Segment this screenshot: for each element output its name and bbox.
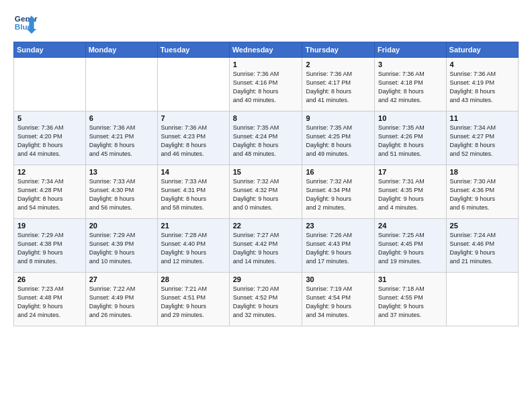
calendar-cell: 16Sunrise: 7:32 AM Sunset: 4:34 PM Dayli… [302, 165, 375, 219]
day-number: 4 [450, 60, 515, 68]
calendar-cell: 21Sunrise: 7:28 AM Sunset: 4:40 PM Dayli… [157, 219, 229, 273]
day-detail: Sunrise: 7:21 AM Sunset: 4:51 PM Dayligh… [161, 285, 226, 320]
day-detail: Sunrise: 7:18 AM Sunset: 4:55 PM Dayligh… [378, 285, 442, 320]
day-number: 9 [306, 114, 371, 122]
day-detail: Sunrise: 7:22 AM Sunset: 4:49 PM Dayligh… [89, 285, 154, 320]
day-number: 24 [378, 222, 442, 230]
calendar-cell: 23Sunrise: 7:26 AM Sunset: 4:43 PM Dayli… [302, 219, 375, 273]
calendar-cell: 3Sunrise: 7:36 AM Sunset: 4:18 PM Daylig… [375, 58, 446, 111]
calendar-cell: 12Sunrise: 7:34 AM Sunset: 4:28 PM Dayli… [14, 165, 86, 219]
calendar-cell: 22Sunrise: 7:27 AM Sunset: 4:42 PM Dayli… [229, 219, 302, 273]
calendar-cell: 11Sunrise: 7:34 AM Sunset: 4:27 PM Dayli… [446, 111, 518, 165]
day-detail: Sunrise: 7:35 AM Sunset: 4:25 PM Dayligh… [306, 124, 371, 158]
day-detail: Sunrise: 7:28 AM Sunset: 4:40 PM Dayligh… [161, 231, 226, 266]
calendar-cell [157, 58, 229, 111]
day-detail: Sunrise: 7:32 AM Sunset: 4:34 PM Dayligh… [306, 177, 371, 212]
day-number: 26 [17, 275, 82, 283]
day-detail: Sunrise: 7:23 AM Sunset: 4:48 PM Dayligh… [17, 285, 82, 320]
day-detail: Sunrise: 7:32 AM Sunset: 4:32 PM Dayligh… [233, 177, 299, 212]
day-number: 20 [89, 222, 154, 230]
header: General Blue [13, 11, 519, 35]
day-detail: Sunrise: 7:29 AM Sunset: 4:38 PM Dayligh… [17, 231, 82, 266]
week-row-1: 1Sunrise: 7:36 AM Sunset: 4:16 PM Daylig… [14, 58, 519, 111]
col-header-wednesday: Wednesday [229, 42, 302, 58]
col-header-saturday: Saturday [446, 42, 518, 58]
day-number: 10 [378, 114, 442, 122]
day-number: 13 [89, 168, 154, 176]
day-detail: Sunrise: 7:35 AM Sunset: 4:24 PM Dayligh… [233, 124, 299, 158]
calendar-cell: 28Sunrise: 7:21 AM Sunset: 4:51 PM Dayli… [157, 273, 229, 326]
calendar-cell: 2Sunrise: 7:36 AM Sunset: 4:17 PM Daylig… [302, 58, 375, 111]
calendar-cell: 8Sunrise: 7:35 AM Sunset: 4:24 PM Daylig… [229, 111, 302, 165]
calendar-cell: 25Sunrise: 7:24 AM Sunset: 4:46 PM Dayli… [446, 219, 518, 273]
day-number: 22 [233, 222, 299, 230]
week-row-2: 5Sunrise: 7:36 AM Sunset: 4:20 PM Daylig… [14, 111, 519, 165]
day-number: 18 [450, 168, 515, 176]
day-number: 6 [89, 114, 154, 122]
week-row-5: 26Sunrise: 7:23 AM Sunset: 4:48 PM Dayli… [14, 273, 519, 326]
day-number: 29 [233, 275, 299, 283]
day-number: 16 [306, 168, 371, 176]
day-number: 3 [378, 60, 442, 68]
calendar-cell: 29Sunrise: 7:20 AM Sunset: 4:52 PM Dayli… [229, 273, 302, 326]
calendar-header-row: SundayMondayTuesdayWednesdayThursdayFrid… [14, 42, 519, 58]
col-header-monday: Monday [85, 42, 157, 58]
calendar-cell: 1Sunrise: 7:36 AM Sunset: 4:16 PM Daylig… [229, 58, 302, 111]
day-detail: Sunrise: 7:36 AM Sunset: 4:20 PM Dayligh… [17, 124, 82, 158]
calendar-table: SundayMondayTuesdayWednesdayThursdayFrid… [13, 42, 519, 326]
day-number: 12 [17, 168, 82, 176]
day-number: 23 [306, 222, 371, 230]
day-number: 15 [233, 168, 299, 176]
day-number: 27 [89, 275, 154, 283]
day-number: 17 [378, 168, 442, 176]
day-detail: Sunrise: 7:20 AM Sunset: 4:52 PM Dayligh… [233, 285, 299, 320]
calendar-cell: 26Sunrise: 7:23 AM Sunset: 4:48 PM Dayli… [14, 273, 86, 326]
day-number: 25 [450, 222, 515, 230]
day-detail: Sunrise: 7:36 AM Sunset: 4:16 PM Dayligh… [233, 70, 299, 105]
calendar-cell: 6Sunrise: 7:36 AM Sunset: 4:21 PM Daylig… [85, 111, 157, 165]
week-row-3: 12Sunrise: 7:34 AM Sunset: 4:28 PM Dayli… [14, 165, 519, 219]
calendar-cell: 9Sunrise: 7:35 AM Sunset: 4:25 PM Daylig… [302, 111, 375, 165]
day-detail: Sunrise: 7:19 AM Sunset: 4:54 PM Dayligh… [306, 285, 371, 320]
logo: General Blue [13, 11, 38, 35]
calendar-cell: 31Sunrise: 7:18 AM Sunset: 4:55 PM Dayli… [375, 273, 446, 326]
calendar-cell: 19Sunrise: 7:29 AM Sunset: 4:38 PM Dayli… [14, 219, 86, 273]
calendar-cell: 14Sunrise: 7:33 AM Sunset: 4:31 PM Dayli… [157, 165, 229, 219]
calendar-cell: 18Sunrise: 7:30 AM Sunset: 4:36 PM Dayli… [446, 165, 518, 219]
calendar-cell: 5Sunrise: 7:36 AM Sunset: 4:20 PM Daylig… [14, 111, 86, 165]
page: General Blue SundayMondayTuesdayWednesda… [0, 0, 532, 411]
day-number: 1 [233, 60, 299, 68]
day-detail: Sunrise: 7:29 AM Sunset: 4:39 PM Dayligh… [89, 231, 154, 266]
calendar-cell: 4Sunrise: 7:36 AM Sunset: 4:19 PM Daylig… [446, 58, 518, 111]
calendar-cell [85, 58, 157, 111]
calendar-cell: 10Sunrise: 7:35 AM Sunset: 4:26 PM Dayli… [375, 111, 446, 165]
day-number: 7 [161, 114, 226, 122]
day-detail: Sunrise: 7:33 AM Sunset: 4:31 PM Dayligh… [161, 177, 226, 212]
day-detail: Sunrise: 7:31 AM Sunset: 4:35 PM Dayligh… [378, 177, 442, 212]
col-header-thursday: Thursday [302, 42, 375, 58]
calendar-cell: 30Sunrise: 7:19 AM Sunset: 4:54 PM Dayli… [302, 273, 375, 326]
day-number: 21 [161, 222, 226, 230]
calendar-cell: 15Sunrise: 7:32 AM Sunset: 4:32 PM Dayli… [229, 165, 302, 219]
day-number: 14 [161, 168, 226, 176]
day-number: 8 [233, 114, 299, 122]
calendar-cell: 17Sunrise: 7:31 AM Sunset: 4:35 PM Dayli… [375, 165, 446, 219]
day-detail: Sunrise: 7:36 AM Sunset: 4:17 PM Dayligh… [306, 70, 371, 105]
day-number: 19 [17, 222, 82, 230]
calendar-cell: 20Sunrise: 7:29 AM Sunset: 4:39 PM Dayli… [85, 219, 157, 273]
calendar-cell: 13Sunrise: 7:33 AM Sunset: 4:30 PM Dayli… [85, 165, 157, 219]
day-detail: Sunrise: 7:24 AM Sunset: 4:46 PM Dayligh… [450, 231, 515, 266]
day-detail: Sunrise: 7:30 AM Sunset: 4:36 PM Dayligh… [450, 177, 515, 212]
day-detail: Sunrise: 7:35 AM Sunset: 4:26 PM Dayligh… [378, 124, 442, 158]
day-number: 30 [306, 275, 371, 283]
col-header-tuesday: Tuesday [157, 42, 229, 58]
day-detail: Sunrise: 7:36 AM Sunset: 4:18 PM Dayligh… [378, 70, 442, 105]
day-detail: Sunrise: 7:36 AM Sunset: 4:23 PM Dayligh… [161, 124, 226, 158]
day-detail: Sunrise: 7:33 AM Sunset: 4:30 PM Dayligh… [89, 177, 154, 212]
day-number: 2 [306, 60, 371, 68]
col-header-sunday: Sunday [14, 42, 86, 58]
day-number: 31 [378, 275, 442, 283]
day-detail: Sunrise: 7:34 AM Sunset: 4:27 PM Dayligh… [450, 124, 515, 158]
calendar-cell: 24Sunrise: 7:25 AM Sunset: 4:45 PM Dayli… [375, 219, 446, 273]
col-header-friday: Friday [375, 42, 446, 58]
